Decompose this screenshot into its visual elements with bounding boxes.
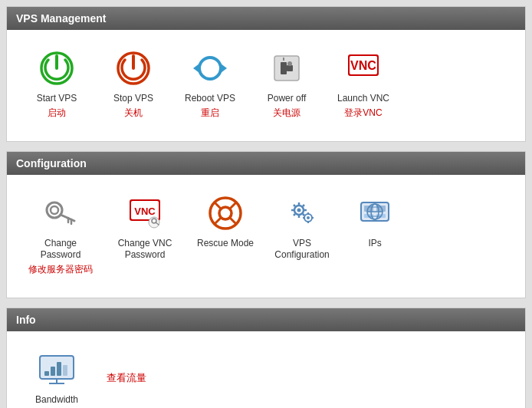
svg-line-40: [294, 214, 295, 216]
stop-vps-icon: [113, 48, 153, 88]
vps-management-body: Start VPS 启动 Stop VPS 关机: [7, 30, 525, 141]
power-off-icon: [267, 48, 307, 88]
start-vps-label-en: Start VPS: [37, 93, 77, 105]
bandwidth-button[interactable]: Bandwidth: [22, 345, 91, 408]
change-vnc-password-button[interactable]: VNC Change VNC Password: [107, 189, 183, 266]
svg-rect-60: [57, 362, 61, 376]
info-body: Bandwidth 查看流量: [7, 331, 525, 408]
svg-point-26: [219, 207, 232, 219]
svg-line-39: [303, 205, 304, 206]
info-header: Info: [7, 308, 525, 331]
change-password-button[interactable]: Change Password 修改服务器密码: [22, 189, 99, 281]
power-off-button[interactable]: Power off 关电源: [252, 44, 321, 124]
start-vps-label-zh: 启动: [48, 107, 66, 120]
power-off-label-zh: 关电源: [273, 107, 300, 120]
change-password-label-zh: 修改服务器密码: [28, 263, 93, 276]
power-off-label-en: Power off: [268, 93, 306, 105]
launch-vnc-icon: VNC: [343, 48, 383, 88]
bandwidth-icon: [37, 350, 77, 390]
launch-vnc-label-zh: 登录VNC: [344, 107, 382, 120]
svg-marker-4: [221, 64, 227, 73]
change-vnc-password-icon: VNC: [125, 193, 165, 233]
start-vps-icon: [37, 48, 77, 88]
change-password-label-en: Change Password: [41, 238, 81, 262]
svg-point-15: [51, 206, 58, 214]
svg-point-32: [297, 208, 301, 212]
bandwidth-label-en: Bandwidth: [35, 394, 78, 406]
page-wrap: VPS Management Start VPS 启动: [0, 0, 532, 408]
rescue-mode-icon: [205, 193, 245, 233]
stop-vps-button[interactable]: Stop VPS 关机: [99, 44, 168, 124]
svg-line-27: [215, 202, 221, 209]
change-vnc-password-label-en: Change VNC Password: [118, 238, 172, 262]
reboot-vps-button[interactable]: Reboot VPS 重启: [176, 44, 245, 124]
svg-line-38: [303, 214, 304, 216]
vps-configuration-icon: [282, 193, 322, 233]
vps-management-title: VPS Management: [16, 12, 106, 25]
svg-line-30: [230, 218, 236, 224]
reboot-vps-icon: [190, 48, 230, 88]
svg-line-29: [215, 218, 221, 224]
launch-vnc-button[interactable]: VNC Launch VNC 登录VNC: [329, 44, 398, 124]
ips-button[interactable]: IPs: [344, 189, 406, 255]
stop-vps-label-zh: 关机: [124, 107, 143, 120]
vps-configuration-button[interactable]: VPS Configuration: [268, 189, 337, 266]
vps-configuration-label-en: VPS Configuration: [274, 238, 329, 262]
start-vps-button[interactable]: Start VPS 启动: [22, 44, 91, 124]
configuration-title: Configuration: [16, 157, 87, 169]
svg-rect-8: [287, 65, 293, 71]
svg-text:VNC: VNC: [350, 59, 376, 72]
reboot-vps-label-en: Reboot VPS: [185, 93, 235, 105]
svg-marker-5: [193, 64, 199, 73]
ips-label-en: IPs: [368, 238, 381, 250]
info-panel: Info: [6, 308, 526, 408]
stop-vps-label-en: Stop VPS: [113, 93, 153, 105]
rescue-mode-button[interactable]: Rescue Mode: [191, 189, 260, 255]
svg-rect-7: [281, 62, 287, 74]
launch-vnc-label-en: Launch VNC: [337, 93, 389, 105]
svg-line-37: [294, 205, 295, 206]
svg-rect-61: [63, 365, 67, 376]
rescue-mode-label-en: Rescue Mode: [197, 238, 254, 250]
vps-management-panel: VPS Management Start VPS 启动: [6, 6, 526, 142]
svg-rect-59: [51, 367, 55, 376]
svg-line-28: [230, 202, 236, 209]
svg-point-10: [287, 61, 292, 66]
configuration-panel: Configuration Change Password 修改服务器密码: [6, 151, 526, 298]
configuration-body: Change Password 修改服务器密码 VNC Chan: [7, 175, 525, 298]
svg-point-42: [307, 216, 310, 219]
svg-rect-58: [44, 371, 49, 376]
vps-management-header: VPS Management: [7, 7, 525, 30]
ips-icon: [355, 193, 395, 233]
info-title: Info: [16, 314, 36, 326]
configuration-header: Configuration: [7, 152, 525, 175]
change-password-icon: [41, 193, 80, 233]
reboot-vps-label-zh: 重启: [201, 107, 219, 120]
svg-text:VNC: VNC: [134, 206, 156, 217]
bandwidth-zh-label: 查看流量: [107, 371, 146, 385]
